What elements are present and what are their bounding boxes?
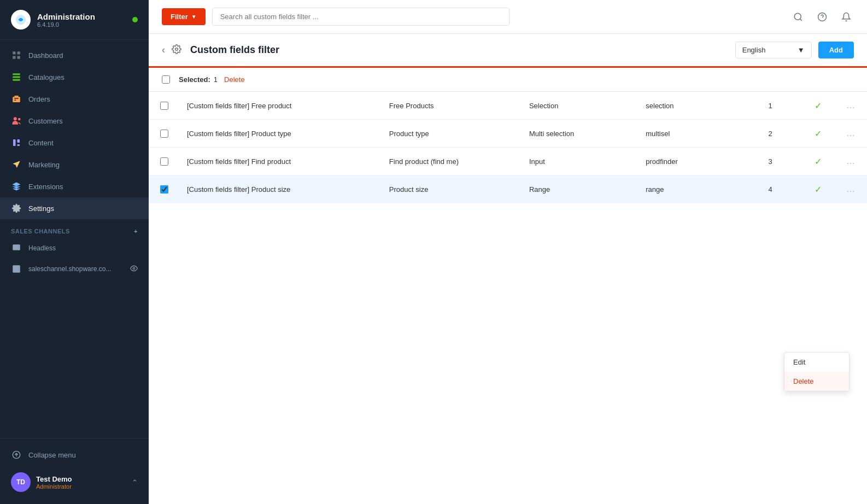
row-type: Range — [522, 175, 638, 203]
row-display-name: Free Products — [382, 92, 522, 120]
row-actions-button[interactable]: … — [842, 154, 859, 168]
row-type: Multi selection — [522, 120, 638, 148]
app-version: 6.4.19.0 — [37, 21, 132, 28]
user-name: Test Demo — [36, 475, 132, 483]
sidebar-label-orders: Orders — [28, 95, 50, 103]
row-actions: … — [834, 92, 867, 120]
catalogues-icon — [11, 72, 22, 83]
sidebar-item-catalogues[interactable]: Catalogues — [0, 66, 149, 88]
row-checkbox[interactable] — [160, 130, 168, 138]
search-icon[interactable] — [790, 9, 806, 25]
bulk-delete-link[interactable]: Delete — [224, 75, 245, 84]
selected-label: Selected: — [179, 75, 210, 84]
filter-chevron-icon: ▼ — [191, 14, 197, 20]
sidebar-item-saleschannel[interactable]: saleschannel.shopware.co... — [0, 259, 149, 279]
row-type-code: multisel — [638, 120, 739, 148]
sidebar-item-extensions[interactable]: Extensions — [0, 175, 149, 197]
sidebar-item-customers[interactable]: Customers — [0, 110, 149, 132]
app-info: Administration 6.4.19.0 — [37, 12, 132, 28]
sidebar-nav: Dashboard Catalogues Orders Customers Co… — [0, 40, 149, 438]
active-check-icon: ✓ — [815, 157, 822, 166]
row-actions-button[interactable]: … — [842, 98, 859, 113]
add-button[interactable]: Add — [818, 42, 854, 58]
collapse-menu-button[interactable]: Collapse menu — [11, 445, 138, 465]
eye-icon — [130, 265, 138, 274]
svg-rect-5 — [13, 73, 20, 75]
sidebar-label-marketing: Marketing — [28, 161, 60, 169]
sidebar-item-settings[interactable]: Settings — [0, 197, 149, 219]
row-checkbox-cell — [149, 92, 179, 120]
table-row: [Custom fields filter] Product size Prod… — [149, 175, 867, 203]
svg-point-8 — [14, 117, 17, 120]
svg-rect-7 — [13, 79, 20, 81]
headless-label: Headless — [28, 244, 56, 252]
sidebar-item-orders[interactable]: Orders — [0, 88, 149, 110]
row-active: ✓ — [801, 148, 834, 175]
sidebar-label-settings: Settings — [28, 204, 54, 213]
active-check-icon: ✓ — [815, 185, 822, 194]
svg-rect-3 — [13, 56, 15, 59]
headless-icon — [11, 243, 22, 254]
dashboard-icon — [11, 50, 22, 61]
select-all-checkbox[interactable] — [162, 75, 170, 84]
row-actions-button[interactable]: … — [842, 126, 859, 140]
svg-point-17 — [794, 13, 801, 20]
sidebar-label-catalogues: Catalogues — [28, 73, 65, 81]
content-area: Selected: 1 Delete [Custom fields filter… — [149, 68, 867, 504]
row-checkbox[interactable] — [160, 185, 168, 194]
collapse-label: Collapse menu — [28, 451, 76, 459]
avatar: TD — [11, 472, 31, 492]
app-logo — [11, 10, 31, 30]
sidebar-item-content[interactable]: Content — [0, 132, 149, 154]
lang-chevron-icon: ▼ — [798, 46, 805, 54]
context-menu: Edit Delete — [784, 352, 850, 391]
orders-icon — [11, 93, 22, 104]
sidebar-item-dashboard[interactable]: Dashboard — [0, 44, 149, 66]
page-header: ‹ Custom fields filter English ▼ Add — [149, 34, 867, 68]
filter-button[interactable]: Filter ▼ — [162, 8, 206, 25]
row-checkbox[interactable] — [160, 157, 168, 166]
row-actions: … — [834, 175, 867, 203]
language-select[interactable]: English ▼ — [735, 42, 812, 58]
row-order: 3 — [739, 148, 801, 175]
saleschannel-icon — [11, 263, 22, 274]
sidebar-label-dashboard: Dashboard — [28, 51, 63, 60]
svg-rect-14 — [13, 265, 20, 273]
svg-rect-12 — [17, 144, 20, 146]
page-settings-gear-icon[interactable] — [172, 44, 181, 56]
sidebar-item-marketing[interactable]: Marketing — [0, 154, 149, 175]
search-input[interactable] — [212, 8, 509, 26]
row-actions-button[interactable]: … — [842, 182, 859, 196]
settings-icon — [11, 203, 22, 214]
context-menu-delete[interactable]: Delete — [784, 372, 849, 391]
chevron-up-icon: ⌃ — [132, 478, 138, 487]
context-menu-edit[interactable]: Edit — [784, 353, 849, 372]
svg-rect-11 — [17, 139, 20, 143]
help-icon[interactable] — [815, 9, 830, 25]
row-display-name: Product size — [382, 175, 522, 203]
row-active: ✓ — [801, 92, 834, 120]
user-role: Administrator — [36, 483, 132, 490]
user-profile[interactable]: TD Test Demo Administrator ⌃ — [11, 467, 138, 497]
row-checkbox-cell — [149, 148, 179, 175]
row-active: ✓ — [801, 175, 834, 203]
collapse-icon — [11, 449, 22, 460]
extensions-icon — [11, 181, 22, 192]
filter-label: Filter — [171, 13, 188, 21]
notification-icon[interactable] — [839, 9, 854, 25]
saleschannel-label: saleschannel.shopware.co... — [28, 265, 111, 273]
sidebar-item-headless[interactable]: Headless — [0, 238, 149, 259]
back-button[interactable]: ‹ — [162, 44, 165, 56]
sidebar-label-content: Content — [28, 139, 54, 147]
add-sales-channel-button[interactable]: + — [134, 228, 138, 235]
user-info: Test Demo Administrator — [36, 475, 132, 490]
row-display-name: Product type — [382, 120, 522, 148]
sales-channels-title: Sales Channels — [11, 228, 70, 235]
row-checkbox[interactable] — [160, 102, 168, 110]
row-name: [Custom fields filter] Find product — [179, 148, 382, 175]
row-type: Selection — [522, 92, 638, 120]
content-icon — [11, 137, 22, 148]
table-row: [Custom fields filter] Find product Find… — [149, 148, 867, 175]
active-check-icon: ✓ — [815, 129, 822, 138]
sidebar-footer: Collapse menu TD Test Demo Administrator… — [0, 438, 149, 504]
